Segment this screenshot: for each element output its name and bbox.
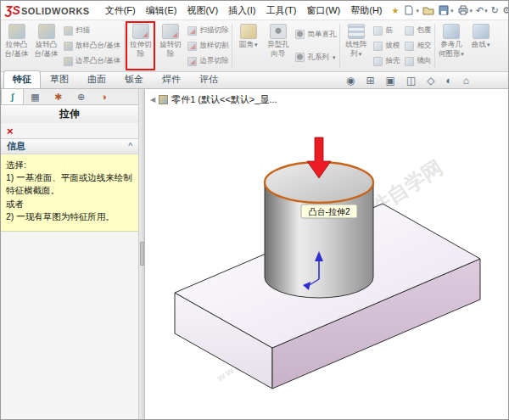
display-style-icon[interactable]: ◇ <box>427 75 434 87</box>
command-manager-tabs: 特征 草图 曲面 钣金 焊件 评估 ◉ ⊞ ▣ ◫ ◇ ◐ ⌂ <box>1 72 508 89</box>
model-canvas[interactable]: 软件自学网 www.rjzxw.com 软件自学网 www.rjzxw.com <box>145 89 508 420</box>
boundary-cut-icon <box>187 57 197 66</box>
shell-button[interactable]: 抽壳 <box>373 56 400 66</box>
configurationmanager-tab[interactable]: ✱ <box>47 89 70 104</box>
displaymanager-tab[interactable]: ◑ <box>92 89 115 104</box>
open-folder-icon <box>422 5 434 15</box>
tab-weldments[interactable]: 焊件 <box>153 70 190 88</box>
lofted-boss-button[interactable]: 放样凸台/基体 <box>64 41 120 51</box>
linear-pattern-icon <box>348 24 365 39</box>
ribbon-separator <box>434 24 435 68</box>
new-document-icon <box>403 5 415 15</box>
menu-view[interactable]: 视图(V) <box>182 3 223 19</box>
swept-boss-button[interactable]: 扫描 <box>64 25 120 36</box>
simple-hole-icon <box>295 30 305 39</box>
solidworks-logo-mark: ƷS <box>5 3 20 17</box>
panel-splitter[interactable] <box>139 89 145 420</box>
open-document-button[interactable] <box>422 5 434 15</box>
rib-button[interactable]: 筋 <box>373 25 400 36</box>
rib-draft-shell-stack: 筋 拔模 抽壳 <box>371 21 402 70</box>
zoom-to-area-icon[interactable]: ⊞ <box>366 75 374 87</box>
revolved-cut-button[interactable]: 旋转切 除 <box>155 21 185 70</box>
tab-sheet-metal[interactable]: 钣金 <box>115 70 153 88</box>
revolved-boss-icon <box>38 24 55 39</box>
tab-surfaces[interactable]: 曲面 <box>78 70 115 88</box>
shell-icon <box>373 57 383 66</box>
wrap-button[interactable]: 包覆 <box>405 25 431 36</box>
menu-tools[interactable]: 工具(T) <box>260 3 301 19</box>
hole-wizard-icon <box>270 24 287 39</box>
fillet-icon <box>240 24 257 39</box>
hide-show-items-icon[interactable]: ◐ <box>445 75 451 87</box>
hole-series-button[interactable]: 孔系列▾ <box>295 53 336 63</box>
swept-boss-icon <box>64 26 73 36</box>
save-button[interactable]: ▾ <box>438 5 454 15</box>
lofted-cut-icon <box>187 42 197 51</box>
curves-button[interactable]: 曲线▾ <box>466 21 495 70</box>
command-manager-ribbon: 拉伸凸 台/基体 旋转凸 台/基体 扫描 放样凸台/基体 边界凸台/基体 拉伸切… <box>1 20 508 72</box>
menu-edit[interactable]: 编辑(E) <box>141 3 182 19</box>
solidworks-window: ƷS SOLIDWORKS 文件(F) 编辑(E) 视图(V) 插入(I) 工具… <box>0 0 509 420</box>
linear-pattern-button[interactable]: 线性阵 列▾ <box>341 21 371 70</box>
message-group-label: 信息 <box>7 140 25 153</box>
menu-pin-icon[interactable]: ★ <box>392 6 400 15</box>
undo-button[interactable]: ↶▾ <box>476 6 488 15</box>
save-icon <box>438 5 450 15</box>
menu-file[interactable]: 文件(F) <box>100 3 141 19</box>
title-bar: ƷS SOLIDWORKS 文件(F) 编辑(E) 视图(V) 插入(I) 工具… <box>1 1 508 20</box>
revolved-boss-base-button[interactable]: 旋转凸 台/基体 <box>31 21 61 70</box>
graphics-viewport[interactable]: ◀ 零件1 (默认<<默认>_显... <box>145 89 508 420</box>
mirror-button[interactable]: 镜向 <box>405 56 431 66</box>
mirror-icon <box>405 57 414 66</box>
print-button[interactable]: ▾ <box>457 5 473 15</box>
revolved-cut-icon <box>162 24 179 39</box>
boundary-boss-button[interactable]: 边界凸台/基体 <box>64 56 120 66</box>
scene-icon[interactable]: ⌂ <box>463 75 469 87</box>
zoom-to-fit-icon[interactable]: ◉ <box>346 75 355 87</box>
menu-help[interactable]: 帮助(H) <box>345 3 387 19</box>
wrap-intersect-mirror-stack: 包覆 相交 镜向 <box>402 21 433 70</box>
ribbon-separator <box>339 24 340 68</box>
feature-tooltip: 凸台-拉伸2 <box>301 204 357 218</box>
message-line: 选择: <box>6 159 133 171</box>
boundary-boss-icon <box>64 57 73 66</box>
swept-cut-icon <box>187 26 197 36</box>
intersect-button[interactable]: 相交 <box>405 41 431 51</box>
solidworks-logo: ƷS SOLIDWORKS <box>5 3 90 17</box>
dimxpertmanager-tab[interactable]: ⊕ <box>70 89 92 104</box>
swept-cut-button[interactable]: 扫描切除 <box>187 25 228 36</box>
intersect-icon <box>405 42 414 51</box>
menu-window[interactable]: 窗口(W) <box>302 3 346 19</box>
lofted-cut-button[interactable]: 放样切割 <box>187 41 228 51</box>
menu-insert[interactable]: 插入(I) <box>223 3 260 19</box>
message-box: 选择: 1) 一基准面、平面或边线来绘制特征横截面。 或者 2) 一现有草图为特… <box>1 154 138 232</box>
draft-button[interactable]: 拔模 <box>373 41 400 51</box>
new-document-button[interactable]: ▾ <box>403 5 419 15</box>
options-button[interactable]: ⚙▾ <box>502 6 509 15</box>
manager-tab-strip: ʃ ▦ ✱ ⊕ ◑ <box>1 89 138 105</box>
collapse-tree-icon[interactable]: ◀ <box>150 96 155 104</box>
feature-tree-root[interactable]: 零件1 (默认<<默认>_显... <box>171 93 277 106</box>
tab-evaluate[interactable]: 评估 <box>190 70 227 88</box>
part-icon <box>159 95 168 104</box>
property-manager-panel: ʃ ▦ ✱ ⊕ ◑ 拉伸 × 信息 ^ 选择: 1) 一基准面、平面或边线来绘制… <box>1 89 139 420</box>
reference-geometry-button[interactable]: 参考几 何图形▾ <box>436 21 466 70</box>
message-group-header[interactable]: 信息 ^ <box>1 139 138 154</box>
cancel-icon[interactable]: × <box>7 126 14 137</box>
hole-wizard-button[interactable]: 异型孔 向导 <box>263 21 293 70</box>
hole-stack: 简单直孔 孔系列▾ <box>293 21 338 70</box>
boundary-cut-button[interactable]: 边界切除 <box>187 56 228 66</box>
extruded-cut-button[interactable]: 拉伸切 除 <box>126 21 155 70</box>
simple-hole-button[interactable]: 简单直孔 <box>295 30 336 40</box>
fillet-button[interactable]: 圆角▾ <box>233 21 263 70</box>
message-line: 或者 <box>6 198 133 210</box>
tab-features[interactable]: 特征 <box>3 70 41 88</box>
extruded-boss-base-button[interactable]: 拉伸凸 台/基体 <box>2 21 31 70</box>
tab-sketch[interactable]: 草图 <box>41 70 78 88</box>
view-orientation-icon[interactable]: ◫ <box>406 75 416 87</box>
featuremanager-tab[interactable]: ʃ <box>1 89 24 104</box>
svg-text:凸台-拉伸2: 凸台-拉伸2 <box>309 207 350 216</box>
propertymanager-tab[interactable]: ▦ <box>24 89 47 104</box>
rebuild-button[interactable]: ↻ <box>491 6 499 15</box>
section-view-icon[interactable]: ▣ <box>386 75 395 87</box>
